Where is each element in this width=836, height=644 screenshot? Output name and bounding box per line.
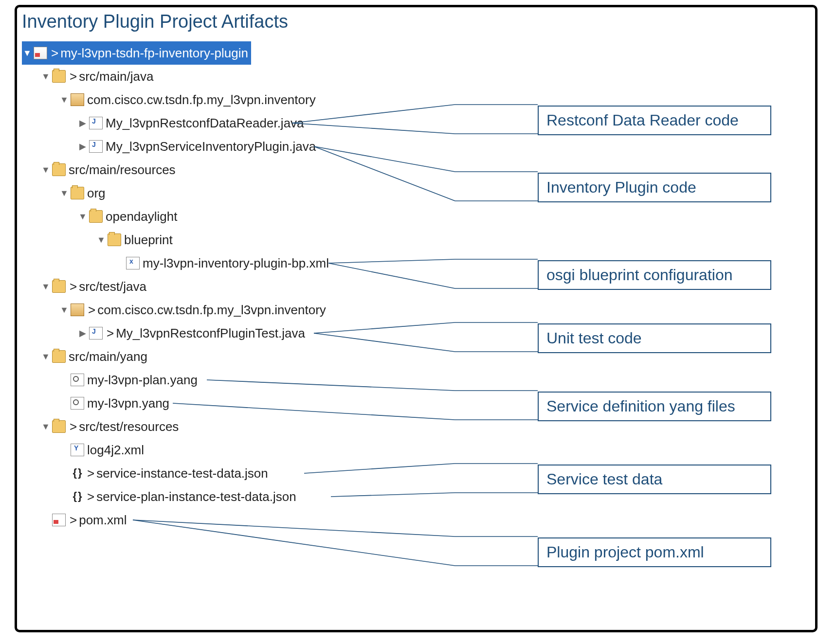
xml-file-icon: [71, 444, 84, 456]
diagram-frame: Inventory Plugin Project Artifacts > my-…: [15, 5, 818, 632]
source-folder-icon: [52, 163, 66, 176]
callout-text: osgi blueprint configuration: [546, 266, 732, 284]
source-folder-icon: [52, 70, 66, 83]
tree-root[interactable]: > my-l3vpn-tsdn-fp-inventory-plugin: [22, 41, 251, 65]
yang-file-icon: [71, 374, 84, 386]
project-icon: [34, 47, 47, 59]
callout-yang-defs: Service definition yang files: [538, 392, 771, 421]
tree-label: src/main/java: [79, 70, 153, 83]
tree-label: my-l3vpn-inventory-plugin-bp.xml: [143, 257, 329, 269]
tree-file-yang[interactable]: my-l3vpn.yang: [22, 392, 363, 415]
tree-file-svcinst-json[interactable]: > service-instance-test-data.json: [22, 462, 363, 485]
xml-file-icon: [126, 257, 140, 269]
page-title: Inventory Plugin Project Artifacts: [22, 11, 288, 32]
tree-label: src/main/yang: [69, 350, 147, 363]
callout-text: Service definition yang files: [546, 397, 735, 415]
json-file-icon: [71, 491, 83, 502]
tree-file-bpxml[interactable]: my-l3vpn-inventory-plugin-bp.xml: [22, 251, 363, 275]
tree-src-main-yang[interactable]: src/main/yang: [22, 345, 363, 368]
callout-text: Unit test code: [546, 329, 642, 347]
tree-file-log4j2[interactable]: log4j2.xml: [22, 438, 363, 462]
yang-file-icon: [71, 397, 84, 410]
callout-restconf-datareader: Restconf Data Reader code: [538, 106, 771, 135]
package-icon: [71, 304, 84, 316]
tree-label: my-l3vpn-tsdn-fp-inventory-plugin: [60, 47, 248, 59]
tree-label: src/test/java: [79, 280, 146, 293]
tree-label: pom.xml: [79, 514, 127, 526]
json-file-icon: [71, 467, 83, 479]
tree-pkg-inventory-test[interactable]: > com.cisco.cw.tsdn.fp.my_l3vpn.inventor…: [22, 298, 363, 322]
tree-folder-opendaylight[interactable]: opendaylight: [22, 205, 363, 228]
tree-file-datareader[interactable]: My_l3vpnRestconfDataReader.java: [22, 111, 363, 135]
callout-text: Inventory Plugin code: [546, 179, 696, 196]
tree-file-plugintest[interactable]: > My_l3vpnRestconfPluginTest.java: [22, 322, 363, 345]
tree-label: My_l3vpnServiceInventoryPlugin.java: [106, 140, 316, 153]
tree-label: src/test/resources: [79, 420, 179, 433]
callout-osgi-blueprint: osgi blueprint configuration: [538, 260, 771, 290]
tree-pkg-inventory[interactable]: com.cisco.cw.tsdn.fp.my_l3vpn.inventory: [22, 88, 363, 111]
tree-label: service-instance-test-data.json: [96, 467, 268, 480]
tree-src-main-resources[interactable]: src/main/resources: [22, 158, 363, 181]
tree-label: org: [87, 187, 106, 199]
callout-text: Restconf Data Reader code: [546, 111, 739, 129]
tree-file-inventoryplugin[interactable]: My_l3vpnServiceInventoryPlugin.java: [22, 135, 363, 158]
source-folder-icon: [52, 350, 66, 363]
tree-label: opendaylight: [106, 210, 177, 223]
callout-service-test-data: Service test data: [538, 465, 771, 494]
tree-src-test-resources[interactable]: > src/test/resources: [22, 415, 363, 438]
tree-folder-blueprint[interactable]: blueprint: [22, 228, 363, 251]
source-folder-icon: [52, 280, 66, 293]
tree-src-main-java[interactable]: > src/main/java: [22, 65, 363, 88]
tree-label: My_l3vpnRestconfPluginTest.java: [116, 327, 305, 340]
java-file-icon: [89, 117, 103, 129]
callout-text: Plugin project pom.xml: [546, 543, 704, 561]
folder-icon: [89, 210, 103, 223]
tree-src-test-java[interactable]: > src/test/java: [22, 275, 363, 298]
callout-pom: Plugin project pom.xml: [538, 537, 771, 567]
tree-label: com.cisco.cw.tsdn.fp.my_l3vpn.inventory: [87, 93, 316, 106]
tree-file-svcplan-json[interactable]: > service-plan-instance-test-data.json: [22, 485, 363, 508]
java-file-icon: [89, 140, 103, 153]
callout-text: Service test data: [546, 470, 662, 488]
callout-unit-test: Unit test code: [538, 323, 771, 353]
tree-label: service-plan-instance-test-data.json: [96, 490, 296, 503]
tree-label: my-l3vpn-plan.yang: [87, 374, 198, 386]
tree-folder-org[interactable]: org: [22, 181, 363, 205]
callout-inventory-plugin: Inventory Plugin code: [538, 173, 771, 202]
project-tree: > my-l3vpn-tsdn-fp-inventory-plugin > sr…: [22, 41, 363, 532]
pom-file-icon: [52, 514, 66, 526]
folder-icon: [71, 187, 84, 199]
tree-file-pom[interactable]: > pom.xml: [22, 508, 363, 532]
folder-icon: [108, 233, 121, 246]
java-file-icon: [89, 327, 103, 340]
source-folder-icon: [52, 420, 66, 433]
tree-label: My_l3vpnRestconfDataReader.java: [106, 117, 304, 129]
tree-label: my-l3vpn.yang: [87, 397, 169, 410]
tree-label: src/main/resources: [69, 163, 176, 176]
tree-label: com.cisco.cw.tsdn.fp.my_l3vpn.inventory: [97, 304, 326, 316]
tree-label: blueprint: [124, 233, 173, 246]
package-icon: [71, 93, 84, 106]
tree-file-planyang[interactable]: my-l3vpn-plan.yang: [22, 368, 363, 392]
tree-label: log4j2.xml: [87, 444, 144, 456]
